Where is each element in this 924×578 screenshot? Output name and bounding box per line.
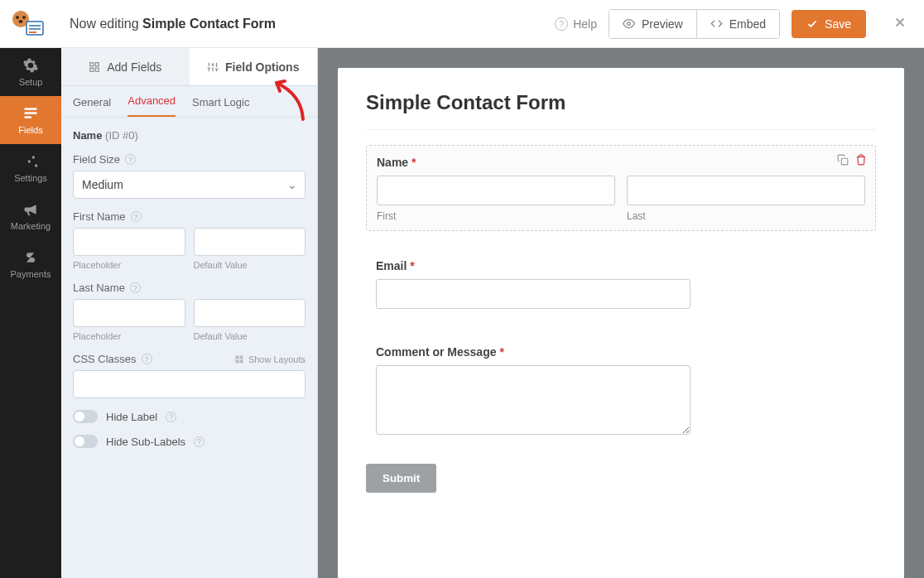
code-icon — [710, 17, 723, 30]
help-icon[interactable]: ? — [142, 354, 152, 364]
panel-tabs: Add Fields Field Options — [61, 48, 317, 86]
nav-settings[interactable]: Settings — [0, 144, 61, 192]
help-link[interactable]: ? Help — [555, 17, 597, 31]
css-classes-input[interactable] — [73, 370, 306, 398]
nav-setup[interactable]: Setup — [0, 48, 61, 96]
close-button[interactable] — [893, 15, 907, 32]
eye-icon — [623, 17, 635, 30]
last-name-default-input[interactable] — [194, 299, 306, 327]
hide-sublabels-toggle[interactable] — [73, 435, 98, 448]
hide-label-toggle[interactable] — [73, 410, 98, 423]
gear-icon — [22, 57, 39, 74]
close-icon — [893, 15, 907, 30]
dollar-icon — [22, 249, 39, 266]
first-name-preview-input[interactable] — [377, 176, 615, 205]
last-name-label: Last Name? — [73, 282, 306, 294]
side-panel: Add Fields Field Options General Advance… — [61, 48, 318, 578]
check-icon — [806, 18, 818, 30]
first-name-label: First Name? — [73, 210, 306, 223]
field-comment-block[interactable]: Comment or Message * — [366, 335, 876, 446]
now-editing-text: Now editing Simple Contact Form — [70, 17, 276, 31]
svg-rect-34 — [841, 158, 848, 165]
form-preview-card: Simple Contact Form Name * First Last — [338, 68, 904, 578]
svg-rect-33 — [239, 359, 243, 363]
tab-field-options[interactable]: Field Options — [190, 48, 318, 86]
nav-fields[interactable]: Fields — [0, 96, 61, 144]
email-field-label: Email * — [376, 259, 866, 272]
help-icon[interactable]: ? — [166, 412, 176, 422]
trash-icon[interactable] — [855, 154, 867, 166]
svg-rect-12 — [25, 112, 37, 114]
email-preview-input[interactable] — [376, 279, 691, 309]
svg-point-16 — [35, 164, 37, 166]
field-size-select[interactable]: Medium — [73, 171, 306, 199]
css-classes-label: CSS Classes? — [73, 353, 152, 365]
help-icon: ? — [555, 17, 568, 31]
form-title: Simple Contact Form — [366, 91, 876, 130]
svg-rect-30 — [235, 355, 238, 359]
last-sublabel: Last — [627, 210, 865, 222]
wpforms-logo — [10, 9, 46, 39]
first-name-placeholder-input[interactable] — [73, 228, 185, 256]
hide-sublabels-text: Hide Sub-Labels — [106, 436, 185, 448]
field-email-block[interactable]: Email * — [366, 249, 876, 317]
grid-icon — [234, 354, 244, 364]
subtab-advanced[interactable]: Advanced — [128, 94, 176, 117]
field-name-heading: Name (ID #0) — [73, 129, 306, 142]
nav-payments[interactable]: Payments — [0, 240, 61, 288]
help-icon[interactable]: ? — [131, 211, 142, 222]
svg-rect-7 — [29, 31, 36, 33]
subtab-smart-logic[interactable]: Smart Logic — [192, 96, 249, 117]
default-value-sublabel: Default Value — [194, 331, 306, 341]
svg-point-1 — [16, 16, 19, 19]
preview-button[interactable]: Preview — [609, 10, 696, 38]
svg-point-3 — [19, 20, 23, 23]
top-bar: Now editing Simple Contact Form ? Help P… — [0, 0, 924, 48]
svg-rect-13 — [25, 116, 31, 118]
grid-icon — [89, 61, 100, 73]
svg-rect-18 — [95, 62, 99, 65]
placeholder-sublabel: Placeholder — [73, 260, 185, 270]
nav-marketing[interactable]: Marketing — [0, 192, 61, 240]
help-icon[interactable]: ? — [194, 436, 205, 447]
svg-rect-20 — [95, 68, 99, 71]
first-sublabel: First — [377, 210, 615, 222]
svg-point-2 — [22, 16, 26, 19]
first-name-default-input[interactable] — [194, 228, 306, 256]
sliders-icon — [22, 153, 39, 170]
svg-point-15 — [28, 160, 31, 162]
preview-area: Simple Contact Form Name * First Last — [318, 48, 924, 578]
subtab-general[interactable]: General — [73, 96, 111, 117]
submit-button[interactable]: Submit — [366, 464, 436, 493]
help-icon[interactable]: ? — [125, 154, 136, 165]
panel-body: Name (ID #0) Field Size? Medium ⌄ First … — [61, 118, 317, 460]
last-name-preview-input[interactable] — [627, 176, 865, 205]
field-size-label: Field Size? — [73, 153, 306, 166]
default-value-sublabel: Default Value — [194, 260, 306, 270]
duplicate-icon[interactable] — [837, 154, 849, 166]
svg-rect-19 — [90, 68, 94, 71]
svg-point-8 — [628, 22, 631, 26]
embed-button[interactable]: Embed — [696, 10, 779, 38]
form-icon — [22, 105, 39, 122]
tab-add-fields[interactable]: Add Fields — [61, 48, 190, 86]
field-name-block[interactable]: Name * First Last — [366, 145, 876, 231]
last-name-placeholder-input[interactable] — [73, 299, 185, 327]
name-field-label: Name * — [377, 156, 865, 169]
help-icon[interactable]: ? — [130, 282, 141, 293]
sliders-icon — [207, 61, 219, 73]
comment-preview-textarea[interactable] — [376, 365, 691, 435]
save-button[interactable]: Save — [792, 10, 866, 38]
megaphone-icon — [22, 201, 39, 218]
show-layouts-link[interactable]: Show Layouts — [234, 354, 306, 364]
svg-rect-32 — [235, 359, 238, 363]
left-nav: Setup Fields Settings Marketing Payments — [0, 48, 61, 578]
placeholder-sublabel: Placeholder — [73, 331, 185, 341]
svg-point-14 — [32, 156, 35, 158]
sub-tabs: General Advanced Smart Logic — [61, 86, 317, 118]
preview-embed-group: Preview Embed — [609, 9, 780, 39]
svg-rect-17 — [90, 62, 94, 65]
comment-field-label: Comment or Message * — [376, 345, 866, 359]
hide-label-text: Hide Label — [106, 411, 157, 423]
svg-rect-11 — [25, 108, 37, 110]
